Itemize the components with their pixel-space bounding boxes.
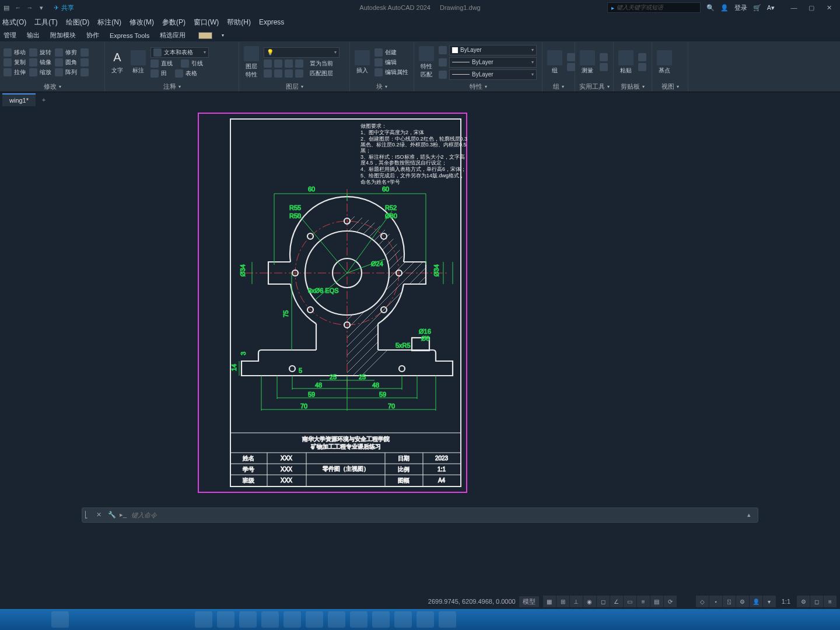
- minimize-button[interactable]: —: [785, 1, 803, 14]
- menu-icon[interactable]: ▤: [2, 4, 10, 12]
- scale-button[interactable]: 缩放: [29, 68, 51, 76]
- mirror-button[interactable]: 镜像: [29, 58, 51, 66]
- panel-clipboard-label[interactable]: 剪贴板: [617, 81, 648, 92]
- layer-props-button[interactable]: 图层 特性: [243, 45, 260, 80]
- taskbar-autocad[interactable]: [439, 611, 456, 628]
- menu-help[interactable]: 帮助(H): [227, 18, 251, 27]
- user-icon[interactable]: 👤: [720, 4, 729, 12]
- u1-icon[interactable]: [600, 53, 608, 61]
- group-button[interactable]: 组: [546, 49, 564, 76]
- track-toggle[interactable]: ∠: [610, 596, 623, 607]
- menu-toggle[interactable]: ≡: [824, 596, 836, 607]
- panel-group-label[interactable]: 组: [546, 81, 571, 92]
- stretch-button[interactable]: 拉伸: [4, 68, 26, 76]
- dropdown-icon[interactable]: ▾: [37, 4, 46, 12]
- login-button[interactable]: 登录: [734, 4, 747, 12]
- menu-express[interactable]: Express: [259, 18, 284, 26]
- panel-properties-label[interactable]: 特性: [418, 81, 538, 92]
- insert-button[interactable]: 插入: [354, 49, 371, 76]
- monitor-toggle[interactable]: 👤: [750, 596, 762, 607]
- ws-toggle[interactable]: ⚙: [736, 596, 749, 607]
- new-tab-button[interactable]: +: [37, 96, 51, 103]
- dimension-button[interactable]: 标注: [130, 49, 147, 76]
- menu-draw[interactable]: 绘图(D): [66, 18, 90, 27]
- polar-toggle[interactable]: ◉: [583, 596, 596, 607]
- tab-output[interactable]: 输出: [26, 30, 41, 41]
- panel-layer-label[interactable]: 图层: [243, 81, 346, 92]
- taskbar-explorer[interactable]: [217, 611, 235, 628]
- tab-addins[interactable]: 附加模块: [49, 30, 77, 41]
- linetype-icon[interactable]: [439, 71, 447, 79]
- arrow-left-icon[interactable]: ←: [14, 4, 22, 12]
- status-zoom-ratio[interactable]: 1:1: [779, 597, 793, 606]
- menu-parametric[interactable]: 参数(P): [162, 18, 186, 27]
- cart-icon[interactable]: 🛒: [753, 4, 761, 12]
- tab-express-tools[interactable]: Express Tools: [108, 31, 150, 40]
- taskbar-chrome[interactable]: [372, 611, 390, 628]
- g1-icon[interactable]: [567, 53, 575, 61]
- color-swatch[interactable]: [198, 32, 212, 39]
- taskbar-steam[interactable]: [261, 611, 279, 628]
- basepoint-button[interactable]: 基点: [656, 49, 673, 76]
- taskbar-app-5[interactable]: [394, 611, 412, 628]
- lineweight-icon[interactable]: [439, 58, 447, 66]
- panel-utilities-label[interactable]: 实用工具: [579, 81, 610, 92]
- panel-modify-label[interactable]: 修改: [4, 81, 101, 92]
- tab-collaborate[interactable]: 协作: [85, 30, 100, 41]
- text-button[interactable]: A文字: [108, 49, 126, 76]
- u2-icon[interactable]: [600, 63, 608, 71]
- taskbar-netease[interactable]: [350, 611, 368, 628]
- array-button[interactable]: 阵列: [55, 68, 77, 76]
- color-combo[interactable]: ByLayer: [449, 45, 537, 55]
- clean-toggle[interactable]: ◻: [810, 596, 823, 607]
- lineweight-combo[interactable]: ByLayer: [449, 57, 537, 68]
- taskbar-edge[interactable]: [195, 611, 212, 628]
- tab-manage[interactable]: 管理: [2, 30, 18, 41]
- color-icon[interactable]: [439, 46, 447, 54]
- units-toggle[interactable]: ▾: [763, 596, 776, 607]
- cmd-wrench-icon[interactable]: 🔧: [108, 511, 116, 519]
- close-button[interactable]: ✕: [820, 1, 838, 14]
- taskbar-qq[interactable]: [239, 611, 257, 628]
- command-input[interactable]: [131, 512, 744, 519]
- menu-format[interactable]: 格式(O): [2, 18, 26, 27]
- panel-block-label[interactable]: 块: [354, 81, 410, 92]
- paste-button[interactable]: 粘贴: [617, 49, 635, 76]
- share-button[interactable]: ✈ 共享: [54, 4, 74, 12]
- menu-dimension[interactable]: 标注(N): [97, 18, 121, 27]
- linetype-combo[interactable]: ByLayer: [449, 69, 537, 80]
- iso-toggle[interactable]: ◇: [696, 596, 709, 607]
- fillet-button[interactable]: 圆角: [55, 58, 77, 66]
- match-props-button[interactable]: 特性 匹配: [418, 45, 435, 80]
- cycle-toggle[interactable]: ⟳: [664, 596, 677, 607]
- file-tab-drawing1[interactable]: wing1*: [2, 93, 36, 106]
- menu-modify[interactable]: 修改(M): [130, 18, 154, 27]
- menu-window[interactable]: 窗口(W): [194, 18, 219, 27]
- taskbar-obs[interactable]: [416, 611, 434, 628]
- app-menu-icon[interactable]: A▾: [767, 4, 775, 12]
- search-input[interactable]: 键入关键字或短语: [607, 2, 701, 13]
- panel-annotation-label[interactable]: 注释: [108, 81, 235, 92]
- c1-icon[interactable]: [638, 53, 646, 61]
- tab-featured[interactable]: 精选应用: [159, 30, 187, 41]
- cmd-history-icon[interactable]: ⎣: [85, 511, 93, 519]
- anno-toggle[interactable]: ⋆: [709, 596, 722, 607]
- table-button[interactable]: 田 表格: [150, 69, 209, 78]
- make-current-button[interactable]: 置为当前: [264, 60, 346, 68]
- customize-toggle[interactable]: ⚙: [797, 596, 810, 607]
- tool3-button[interactable]: [80, 68, 89, 76]
- cmd-close-icon[interactable]: ✕: [96, 511, 104, 519]
- match-layer-button[interactable]: 匹配图层: [264, 69, 346, 78]
- tool1-button[interactable]: [80, 48, 89, 57]
- edit-block-button[interactable]: 编辑: [374, 58, 408, 66]
- tool2-button[interactable]: [80, 58, 89, 66]
- taskbar-app-3[interactable]: [306, 611, 323, 628]
- taskbar-app-4[interactable]: [328, 611, 345, 628]
- lwt-toggle[interactable]: ≡: [637, 596, 650, 607]
- g2-icon[interactable]: [567, 63, 575, 71]
- status-model[interactable]: 模型: [519, 596, 539, 607]
- osnap-toggle[interactable]: ◻: [597, 596, 610, 607]
- dyn-toggle[interactable]: ▭: [624, 596, 636, 607]
- move-button[interactable]: 移动: [4, 48, 26, 57]
- create-block-button[interactable]: 创建: [374, 48, 408, 57]
